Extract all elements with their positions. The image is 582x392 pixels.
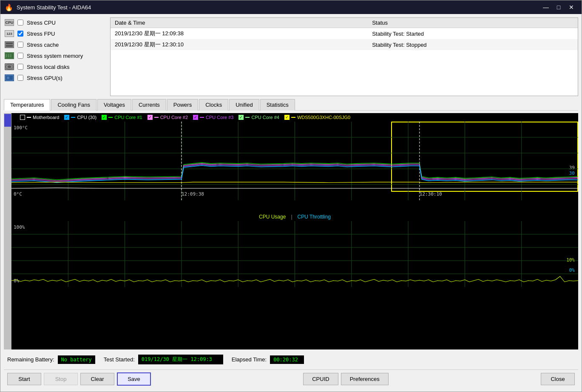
legend-core2-label: CPU Core #2 bbox=[160, 115, 188, 120]
stress-gpu-label: Stress GPU(s) bbox=[27, 75, 62, 81]
legend-core1-dot bbox=[108, 117, 113, 118]
tab-statistics[interactable]: Statistics bbox=[260, 99, 295, 111]
test-started-label: Test Started: bbox=[104, 356, 135, 363]
stress-disk-item: Stress local disks bbox=[4, 62, 106, 72]
tab-cooling-fans[interactable]: Cooling Fans bbox=[51, 99, 97, 111]
legend-core2-dot bbox=[154, 117, 159, 118]
log-cell-datetime: 2019/12/30 星期一 12:09:38 bbox=[111, 28, 368, 40]
window-title: System Stability Test - AIDA64 bbox=[17, 4, 540, 11]
stress-gpu-checkbox[interactable] bbox=[17, 75, 23, 81]
legend-core1-checkbox: ✓ bbox=[102, 115, 107, 120]
legend-core1-label: CPU Core #1 bbox=[114, 115, 142, 120]
tab-currents[interactable]: Currents bbox=[132, 99, 166, 111]
cpu-usage-chart: CPU Usage | CPU Throttling 100% 0% 10% 0… bbox=[11, 211, 578, 349]
log-cell-status: Stability Test: Stopped bbox=[368, 39, 578, 50]
legend-core3: ✓ CPU Core #3 bbox=[193, 115, 233, 120]
test-started-status: Test Started: 019/12/30 星期一 12:09:3 bbox=[104, 355, 223, 364]
legend-core4: ✓ CPU Core #4 bbox=[238, 115, 279, 120]
cache-icon bbox=[5, 41, 14, 48]
stress-memory-label: Stress system memory bbox=[27, 53, 83, 59]
tab-voltages[interactable]: Voltages bbox=[97, 99, 131, 111]
top-section: CPU Stress CPU 123 Stress FPU Stress cac… bbox=[4, 17, 578, 96]
elapsed-status: Elapsed Time: 00:20:32 bbox=[232, 355, 304, 364]
memory-icon bbox=[5, 52, 14, 59]
legend-core3-label: CPU Core #3 bbox=[206, 115, 233, 120]
battery-status: Remaining Battery: No battery bbox=[7, 355, 95, 364]
temp-chart-area: 100°C 0°C 12:09:38 12:30:10 39 30 bbox=[11, 122, 578, 200]
stress-cpu-checkbox[interactable] bbox=[17, 20, 23, 26]
legend-wds-label: WDS500G3XHC-00SJG0 bbox=[297, 115, 350, 120]
tab-clocks[interactable]: Clocks bbox=[199, 99, 228, 111]
stop-button[interactable]: Stop bbox=[44, 373, 78, 385]
stress-cpu-item: CPU Stress CPU bbox=[4, 17, 106, 28]
stress-disks-checkbox[interactable] bbox=[17, 64, 23, 70]
battery-value: No battery bbox=[58, 355, 95, 364]
window-controls: — □ ✕ bbox=[540, 3, 577, 11]
legend-motherboard: Motherboard bbox=[20, 115, 59, 120]
elapsed-value: 00:20:32 bbox=[270, 355, 304, 364]
svg-point-9 bbox=[8, 65, 11, 68]
maximize-button[interactable]: □ bbox=[553, 3, 565, 11]
minimize-button[interactable]: — bbox=[540, 3, 552, 11]
stress-memory-checkbox[interactable] bbox=[17, 53, 23, 59]
svg-rect-12 bbox=[7, 77, 9, 79]
scrollbar-thumb[interactable] bbox=[4, 114, 11, 127]
tab-temperatures[interactable]: Temperatures bbox=[4, 99, 50, 111]
close-button[interactable]: Close bbox=[541, 373, 575, 385]
stress-memory-item: Stress system memory bbox=[4, 51, 106, 61]
legend-core4-checkbox: ✓ bbox=[238, 115, 244, 120]
legend-cpu: ✓ CPU (30) bbox=[64, 115, 97, 120]
log-table-container: Date & Time Status 2019/12/30 星期一 12:09:… bbox=[110, 17, 578, 96]
scrollbar-left[interactable] bbox=[4, 113, 11, 349]
stress-cpu-label: Stress CPU bbox=[27, 20, 56, 26]
svg-rect-1 bbox=[6, 43, 13, 44]
close-window-button[interactable]: ✕ bbox=[565, 3, 577, 11]
legend-core2: ✓ CPU Core #2 bbox=[148, 115, 188, 120]
svg-rect-7 bbox=[10, 54, 11, 57]
tabs-section: Temperatures Cooling Fans Voltages Curre… bbox=[4, 99, 578, 111]
stress-fpu-label: Stress FPU bbox=[27, 31, 55, 37]
cpuid-button[interactable]: CPUID bbox=[303, 373, 338, 385]
legend-wds-checkbox: ✓ bbox=[284, 115, 290, 120]
battery-label: Remaining Battery: bbox=[7, 356, 54, 363]
legend-core1: ✓ CPU Core #1 bbox=[102, 115, 142, 120]
legend-core3-dot bbox=[200, 117, 204, 118]
elapsed-label: Elapsed Time: bbox=[232, 356, 267, 363]
cpu-chart-title: CPU Usage | CPU Throttling bbox=[11, 213, 578, 221]
log-col-status: Status bbox=[368, 18, 578, 28]
charts-main: Motherboard ✓ CPU (30) ✓ CPU Core #1 bbox=[11, 113, 578, 349]
stress-fpu-item: 123 Stress FPU bbox=[4, 28, 106, 39]
button-bar: Start Stop Clear Save CPUID Preferences … bbox=[4, 369, 578, 388]
legend-wds-dot bbox=[291, 117, 295, 118]
temp-chart-legend: Motherboard ✓ CPU (30) ✓ CPU Core #1 bbox=[11, 113, 578, 122]
stress-cache-checkbox[interactable] bbox=[17, 42, 23, 48]
stress-cache-label: Stress cache bbox=[27, 42, 59, 48]
save-button[interactable]: Save bbox=[117, 372, 151, 386]
preferences-button[interactable]: Preferences bbox=[341, 373, 389, 385]
tab-unified[interactable]: Unified bbox=[229, 99, 259, 111]
title-bar: 🔥 System Stability Test - AIDA64 — □ ✕ bbox=[0, 0, 582, 14]
log-table: Date & Time Status 2019/12/30 星期一 12:09:… bbox=[111, 18, 578, 50]
status-bar: Remaining Battery: No battery Test Start… bbox=[4, 352, 578, 367]
separator: | bbox=[291, 214, 292, 220]
gpu-icon bbox=[5, 74, 14, 81]
main-window: 🔥 System Stability Test - AIDA64 — □ ✕ C… bbox=[0, 0, 582, 392]
legend-core4-label: CPU Core #4 bbox=[251, 115, 279, 120]
stress-disks-label: Stress local disks bbox=[27, 64, 69, 70]
fpu-icon: 123 bbox=[5, 30, 14, 37]
disk-icon bbox=[5, 63, 14, 70]
legend-core2-checkbox: ✓ bbox=[148, 115, 153, 120]
svg-rect-5 bbox=[6, 54, 7, 57]
stress-options-panel: CPU Stress CPU 123 Stress FPU Stress cac… bbox=[4, 17, 106, 96]
legend-core4-dot bbox=[245, 117, 250, 118]
main-content: CPU Stress CPU 123 Stress FPU Stress cac… bbox=[0, 14, 582, 392]
temperature-chart: Motherboard ✓ CPU (30) ✓ CPU Core #1 bbox=[11, 113, 578, 211]
cpu-chart-area: 100% 0% 10% 0% bbox=[11, 221, 578, 287]
stress-fpu-checkbox[interactable] bbox=[17, 31, 23, 37]
test-started-value: 019/12/30 星期一 12:09:3 bbox=[138, 355, 223, 364]
clear-button[interactable]: Clear bbox=[80, 373, 114, 385]
stress-gpu-item: Stress GPU(s) bbox=[4, 73, 106, 83]
stress-cache-item: Stress cache bbox=[4, 40, 106, 50]
tab-powers[interactable]: Powers bbox=[167, 99, 198, 111]
start-button[interactable]: Start bbox=[7, 373, 41, 385]
